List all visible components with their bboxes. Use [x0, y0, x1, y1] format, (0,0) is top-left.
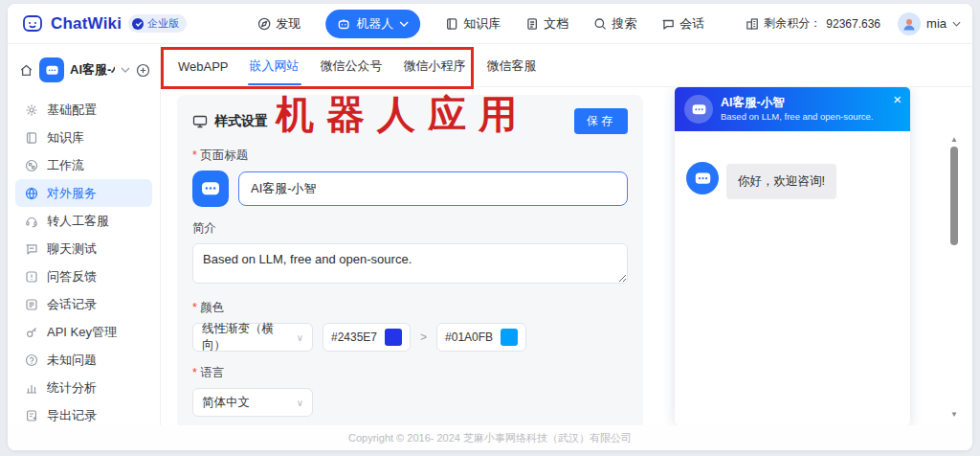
- bot-avatar-preview[interactable]: [192, 171, 229, 207]
- main-panel: WebAPP 嵌入网站 微信公众号 微信小程序 微信客服 样式设置 保存: [161, 44, 972, 425]
- analytics-icon: [25, 381, 38, 395]
- nav-item-library[interactable]: 知识库: [445, 15, 501, 33]
- gradient-end-color[interactable]: #01A0FB: [436, 323, 526, 352]
- home-icon[interactable]: [19, 63, 33, 78]
- tab-wechat-service[interactable]: 微信客服: [485, 45, 539, 85]
- gradient-type-select[interactable]: 线性渐变（横向） ∨: [192, 323, 313, 352]
- chat-test-icon: [25, 242, 38, 256]
- workflow-icon: [25, 159, 38, 172]
- tab-embed-website[interactable]: 嵌入网站: [248, 45, 301, 85]
- top-navbar: ChatWiki 企业版 发现 机器人: [8, 4, 972, 44]
- settings-icon: [25, 103, 38, 117]
- scroll-up-arrow[interactable]: ▲: [949, 135, 959, 145]
- sidebar-item-basic-config[interactable]: 基础配置: [15, 96, 152, 124]
- gradient-start-color[interactable]: #2435E7: [323, 323, 411, 352]
- sidebar-item-workflow[interactable]: 工作流: [15, 151, 152, 179]
- credits-value: 92367.636: [826, 17, 880, 31]
- sidebar-item-api-key[interactable]: API Key管理: [15, 318, 152, 346]
- discover-icon: [257, 17, 271, 31]
- scroll-down-arrow[interactable]: ▼: [949, 410, 959, 420]
- nav-item-conversation[interactable]: 会话: [661, 15, 704, 33]
- chat-preview-body: 你好，欢迎咨询!: [675, 131, 910, 199]
- intro-label: 简介: [192, 220, 628, 237]
- chatwiki-logo[interactable]: ChatWiki 企业版: [21, 12, 187, 35]
- preview-bot-name: AI客服-小智: [721, 95, 874, 111]
- sidebar-item-external-service[interactable]: 对外服务: [15, 179, 152, 207]
- content-area: 样式设置 保存 页面标题 简介 Based on LLM, free and o…: [161, 87, 972, 425]
- scrollbar-thumb[interactable]: [950, 147, 958, 245]
- language-select[interactable]: 简体中文 ∨: [192, 388, 313, 417]
- sidebar-item-analytics[interactable]: 统计分析: [15, 374, 152, 401]
- nav-label: 搜索: [612, 15, 636, 33]
- robot-icon: [337, 17, 350, 31]
- sidebar-item-export-log[interactable]: 导出记录: [15, 401, 152, 429]
- nav-label: 会话: [679, 15, 704, 33]
- chat-preview-header: AI客服-小智 Based on LLM, free and open-sour…: [675, 87, 910, 131]
- bot-avatar: [684, 95, 713, 124]
- color-end-swatch[interactable]: [501, 329, 518, 346]
- sidebar-item-chat-test[interactable]: 聊天测试: [15, 235, 152, 262]
- sidebar-item-label: API Key管理: [47, 324, 117, 341]
- channel-tabs: WebAPP 嵌入网站 微信公众号 微信小程序 微信客服: [161, 44, 972, 87]
- bot-selector[interactable]: AI客服-小智: [15, 56, 152, 92]
- language-label: 语言: [192, 365, 628, 381]
- sidebar-item-label: 工作流: [47, 157, 84, 174]
- sidebar-item-knowledge-base[interactable]: 知识库: [15, 124, 152, 151]
- chevron-down-icon: [952, 21, 961, 27]
- nav-label: 知识库: [463, 15, 501, 33]
- navbar-right: 剩余积分： 92367.636 mia: [746, 12, 961, 35]
- sidebar-item-label: 转人工客服: [47, 213, 109, 230]
- knowledge-icon: [25, 131, 38, 145]
- vertical-scrollbar[interactable]: ▲ ▼: [949, 135, 959, 420]
- intro-textarea[interactable]: Based on LLM, free and open-source.: [192, 243, 628, 284]
- nav-item-documents[interactable]: 文档: [525, 15, 568, 33]
- sidebar: AI客服-小智 基础配置 知识库 工作: [8, 44, 161, 425]
- color-start-swatch[interactable]: [385, 329, 402, 346]
- user-avatar: [898, 12, 921, 35]
- color-end-value: #01A0FB: [445, 331, 493, 344]
- page-title-label: 页面标题: [192, 148, 628, 164]
- unknown-question-icon: [25, 353, 38, 367]
- add-bot-icon[interactable]: [136, 63, 150, 78]
- chatwiki-logo-icon: [21, 12, 44, 35]
- sidebar-item-human-agent[interactable]: 转人工客服: [15, 207, 152, 235]
- welcome-message-row: 你好，欢迎咨询!: [686, 162, 899, 199]
- sidebar-item-label: 聊天测试: [47, 240, 97, 258]
- credits-icon: [746, 17, 759, 31]
- human-agent-icon: [25, 215, 38, 228]
- language-value: 简体中文: [202, 395, 289, 411]
- copyright-text: Copyright © 2016- 2024 芝麻小事网络科技（武汉）有限公司: [348, 431, 632, 445]
- nav-item-robot[interactable]: 机器人: [325, 10, 420, 38]
- credits-label: 剩余积分：: [764, 15, 821, 32]
- feedback-icon: [25, 270, 38, 284]
- chevron-down-icon: ∨: [297, 398, 303, 408]
- plan-badge-label: 企业版: [147, 16, 179, 31]
- save-button[interactable]: 保存: [574, 108, 628, 134]
- nav-item-search[interactable]: 搜索: [593, 15, 636, 33]
- tab-wechat-official[interactable]: 微信公众号: [319, 45, 385, 85]
- color-label: 颜色: [192, 300, 628, 316]
- tab-wechat-miniprogram[interactable]: 微信小程序: [402, 45, 468, 85]
- sidebar-item-label: 统计分析: [47, 379, 97, 397]
- user-menu[interactable]: mia: [898, 12, 961, 35]
- api-key-icon: [25, 326, 38, 339]
- nav-label: 机器人: [356, 15, 393, 33]
- sidebar-item-unknown-questions[interactable]: 未知问题: [15, 346, 152, 374]
- gradient-type-value: 线性渐变（横向）: [202, 321, 289, 353]
- chevron-down-icon: [399, 21, 409, 27]
- document-icon: [525, 17, 539, 31]
- sidebar-item-feedback[interactable]: 问答反馈: [15, 262, 152, 290]
- card-title: 样式设置: [214, 113, 568, 130]
- chevron-down-icon[interactable]: [121, 67, 130, 73]
- tab-webapp[interactable]: WebAPP: [176, 47, 231, 84]
- page-title-input[interactable]: [238, 171, 628, 206]
- nav-item-discover[interactable]: 发现: [257, 15, 301, 33]
- close-icon[interactable]: ×: [893, 92, 902, 106]
- plan-badge-icon: [132, 18, 144, 30]
- sidebar-item-session-log[interactable]: 会话记录: [15, 290, 152, 318]
- external-service-icon: [25, 187, 38, 200]
- bot-avatar: [686, 162, 719, 194]
- credits-counter: 剩余积分： 92367.636: [746, 15, 880, 32]
- bot-avatar: [39, 57, 64, 82]
- library-icon: [445, 17, 458, 31]
